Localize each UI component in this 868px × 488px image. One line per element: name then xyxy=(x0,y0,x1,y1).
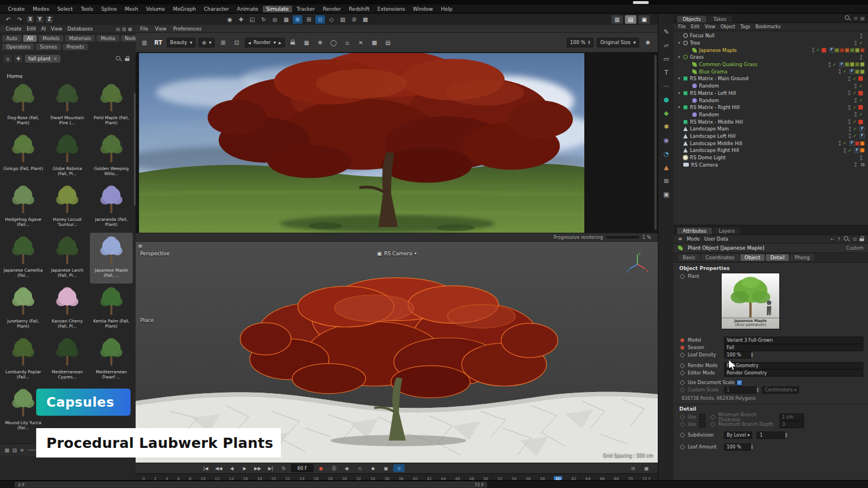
render-view-menu-item[interactable]: Preferences xyxy=(173,26,201,32)
asset-filter-tab[interactable]: Operators xyxy=(2,43,34,50)
object-tree-row[interactable]: Landscape Main ✓ F xyxy=(674,125,868,133)
texture-tag-icon[interactable] xyxy=(855,141,860,146)
object-tree-row[interactable]: Blue Grama ✓ F xyxy=(674,68,868,75)
object-tree-row[interactable]: ▾ RS Matrix - Left Hill ✓ xyxy=(674,90,868,97)
enabled-check-icon[interactable]: ✓ xyxy=(859,41,863,46)
coordinate-system-icon[interactable]: ▦ xyxy=(281,15,291,24)
up-icon[interactable]: ↑ xyxy=(837,237,841,242)
detail[interactable]: Detail xyxy=(766,254,789,261)
redshift-tag-icon[interactable] xyxy=(858,91,863,95)
move-tool-icon[interactable]: ✚ xyxy=(236,15,246,24)
expand-icon[interactable]: ▾ xyxy=(678,55,680,59)
redshift[interactable]: Redshift xyxy=(345,6,373,12)
checker-icon[interactable]: ▩ xyxy=(369,38,380,47)
min-branch-use-checkbox[interactable] xyxy=(699,414,705,420)
mograph[interactable]: MoGraph xyxy=(170,6,199,12)
viewport-label[interactable]: Perspective xyxy=(140,251,170,256)
object-tree-row[interactable]: Random ✓ xyxy=(674,82,868,90)
phong[interactable]: Phong xyxy=(790,254,814,261)
axis-lock-button[interactable]: Y xyxy=(36,15,44,24)
rt-toggle[interactable]: RT xyxy=(153,40,164,46)
min-branch-field[interactable]: 1 cm xyxy=(779,413,804,421)
size-dropdown[interactable]: Original Size▾ xyxy=(597,38,639,47)
region-icon[interactable]: ▫ xyxy=(342,38,353,47)
help[interactable]: Help xyxy=(437,6,456,12)
animate[interactable]: Animate xyxy=(233,6,262,12)
visibility-dots[interactable] xyxy=(828,62,831,67)
visibility-dots[interactable] xyxy=(848,76,850,81)
object-tree-row[interactable]: Landscape Left Hill ✓ F xyxy=(674,133,868,140)
asset-item[interactable]: Golden Weeping Willo... xyxy=(90,131,133,182)
edit-render-settings-button[interactable]: ▣ xyxy=(639,15,650,24)
deformer-icon[interactable]: ◉ xyxy=(661,136,672,145)
snap-key-button[interactable]: ⊙ xyxy=(393,464,405,472)
sketch-tool-icon[interactable]: ✎ xyxy=(661,27,672,37)
object-tree-row[interactable]: Landscape Right Hill ✓ F xyxy=(674,147,868,154)
thumbnail-view-icon[interactable]: ▦ xyxy=(5,447,10,453)
season-dropdown[interactable]: Fall xyxy=(724,344,863,351)
asset-item[interactable]: Hedgehog Agave (Fall... xyxy=(2,182,45,233)
viewport-menu-icon[interactable]: ≡ xyxy=(138,243,142,249)
volume-builder-icon[interactable]: ◆ xyxy=(661,108,672,118)
user-data-menu[interactable]: User Data xyxy=(704,236,728,242)
texture-tag-icon[interactable] xyxy=(855,48,860,53)
max-branch-use-checkbox[interactable] xyxy=(699,421,705,428)
card-view-icon[interactable]: ▥ xyxy=(122,27,127,32)
scale-tool-icon[interactable]: ◱ xyxy=(248,15,257,24)
object-tree-row[interactable]: ▾ RS Matrix - Right Hill ✓ xyxy=(674,104,868,111)
spline-pen-icon[interactable]: ▱ xyxy=(661,41,672,50)
back-icon[interactable]: ← xyxy=(831,237,835,242)
auto[interactable]: Auto xyxy=(2,35,21,42)
next-frame-button[interactable]: ▶▶ xyxy=(252,464,263,472)
object-tree-row[interactable]: Common Quaking Grass ✓ F xyxy=(674,61,868,68)
asset-filter-tab[interactable]: Presets xyxy=(63,43,88,50)
use-document-scale-checkbox[interactable]: ✓ xyxy=(736,380,743,386)
create[interactable]: Create xyxy=(5,6,28,12)
character[interactable]: Character xyxy=(201,6,232,12)
goto-end-button[interactable]: ▶| xyxy=(265,464,276,472)
texture-tag-icon[interactable] xyxy=(840,48,844,53)
clear-icon[interactable]: ✕ xyxy=(355,38,366,47)
enabled-check-icon[interactable]: ✓ xyxy=(859,112,863,117)
enabled-check-icon[interactable]: ✓ xyxy=(817,47,821,53)
object-tree-row[interactable]: ▾ Grass xyxy=(674,54,868,61)
asset-item[interactable]: Kentia Palm (Fall, Plant) xyxy=(90,284,133,334)
axis-lock-button[interactable]: Z xyxy=(45,15,54,24)
keyframe-dot[interactable] xyxy=(680,338,684,342)
last-tool-icon[interactable]: ◎ xyxy=(270,15,280,24)
modeling-axis-icon[interactable]: ▧ xyxy=(338,15,348,24)
crop-icon[interactable]: ⊡ xyxy=(231,38,242,47)
visibility-dots[interactable] xyxy=(849,127,851,132)
redshift-tag-icon[interactable] xyxy=(858,120,863,124)
texture-tag-icon[interactable] xyxy=(845,48,849,53)
asset-item[interactable]: Juneberry (Fall, Plant) xyxy=(2,284,45,334)
object-tree-row[interactable]: Landscape Middle Hill ✓ F xyxy=(674,140,868,147)
visibility-dots[interactable] xyxy=(854,98,857,103)
object-menu-item[interactable]: File xyxy=(678,24,685,29)
field-tag-icon[interactable]: F xyxy=(849,69,854,74)
field-tag-icon[interactable]: F xyxy=(860,127,865,132)
texture-tag-icon[interactable] xyxy=(860,69,865,74)
asset-item[interactable]: Dwarf Mountain Pine (... xyxy=(46,80,89,131)
redo-icon[interactable]: ↷ xyxy=(15,15,24,24)
max-branch-field[interactable]: 3 xyxy=(779,421,804,428)
panel-menu-icon[interactable]: ▤ xyxy=(860,16,865,21)
render[interactable]: Render xyxy=(319,6,344,12)
enabled-check-icon[interactable]: ✓ xyxy=(853,76,857,81)
text-tool-icon[interactable]: T xyxy=(661,68,672,77)
visibility-dots[interactable] xyxy=(854,112,857,117)
workplane-icon[interactable]: ◇ xyxy=(327,15,336,24)
enabled-check-icon[interactable]: ✓ xyxy=(833,62,837,67)
spline[interactable]: Spline xyxy=(98,6,120,12)
texture-tag-icon[interactable] xyxy=(845,62,849,67)
object-tree-row[interactable]: Focus Null xyxy=(674,32,868,40)
object-tree-row[interactable]: ▾ Tree ✓ xyxy=(674,40,868,47)
visibility-dots[interactable] xyxy=(848,119,850,124)
interactive-render-region-icon[interactable]: ⊘ xyxy=(349,15,359,24)
object[interactable]: Object xyxy=(740,254,765,261)
texture-tag-icon[interactable] xyxy=(850,62,854,67)
expand-icon[interactable]: ▾ xyxy=(678,41,680,45)
texture-tag-icon[interactable] xyxy=(855,62,860,67)
materials[interactable]: Materials xyxy=(65,35,95,42)
asset-item[interactable]: Kanzan Cherry (Fall, Pl... xyxy=(46,284,89,334)
